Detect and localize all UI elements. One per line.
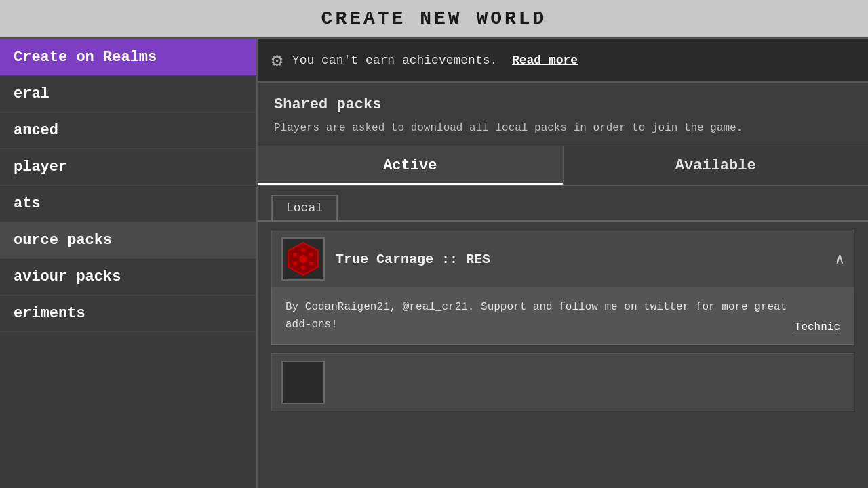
tab-active[interactable]: Active xyxy=(258,146,564,185)
achievement-text: You can't earn achievements. Read more xyxy=(292,54,578,67)
pack-description-text: By CodanRaigen21, @real_cr21. Support an… xyxy=(285,299,788,333)
sidebar-label-create-on-realms: Create on Realms xyxy=(14,49,157,66)
pack-item-true-carnage: True Carnage :: RES ∧ xyxy=(271,230,854,288)
shared-packs-description: Players are asked to download all local … xyxy=(274,120,852,136)
svg-point-4 xyxy=(293,253,297,257)
achievement-read-more-link[interactable]: Read more xyxy=(512,54,578,67)
pack-item-second xyxy=(271,353,854,411)
sub-tab-local-label: Local xyxy=(286,201,323,215)
sidebar-label-general: eral xyxy=(14,85,50,102)
tab-available-label: Available xyxy=(675,157,756,174)
shared-packs-title: Shared packs xyxy=(274,96,852,113)
shared-packs-section: Shared packs Players are asked to downlo… xyxy=(258,83,868,146)
svg-point-2 xyxy=(301,248,305,252)
sub-tabs-section: Local xyxy=(258,186,868,220)
sidebar: Create on Realms eral anced player ats o… xyxy=(0,39,258,488)
pack-icon xyxy=(281,237,325,281)
pack-item-second-header[interactable] xyxy=(272,354,854,411)
sidebar-item-general[interactable]: eral xyxy=(0,76,256,113)
sidebar-item-behaviour-packs[interactable]: aviour packs xyxy=(0,259,256,296)
svg-point-7 xyxy=(309,262,313,266)
achievement-icon: ⚙️ xyxy=(271,49,283,72)
svg-point-1 xyxy=(299,255,307,263)
sidebar-item-multiplayer[interactable]: player xyxy=(0,149,256,186)
sidebar-item-create-on-realms[interactable]: Create on Realms xyxy=(0,39,256,76)
svg-point-3 xyxy=(301,266,305,270)
svg-point-5 xyxy=(309,253,313,257)
sidebar-label-experiments: eriments xyxy=(14,305,85,322)
content-area: ⚙️ You can't earn achievements. Read mor… xyxy=(258,39,868,488)
sidebar-label-multiplayer: player xyxy=(14,159,67,176)
sidebar-label-cheats: ats xyxy=(14,195,41,212)
achievement-main-text: You can't earn achievements. xyxy=(292,54,497,67)
sidebar-label-resource-packs: ource packs xyxy=(14,232,112,249)
achievement-banner: ⚙️ You can't earn achievements. Read mor… xyxy=(258,39,868,83)
pack-technic-link[interactable]: Technic xyxy=(795,321,840,333)
sidebar-label-advanced: anced xyxy=(14,122,58,139)
pack-description: By CodanRaigen21, @real_cr21. Support an… xyxy=(271,288,854,345)
pack-icon-second xyxy=(281,361,325,404)
page-title: CREATE NEW WORLD xyxy=(321,8,547,29)
sidebar-item-cheats[interactable]: ats xyxy=(0,186,256,222)
sidebar-item-advanced[interactable]: anced xyxy=(0,113,256,149)
pack-list: True Carnage :: RES ∧ By CodanRaigen21, … xyxy=(258,222,868,488)
page-header: CREATE NEW WORLD xyxy=(0,0,868,39)
tab-active-label: Active xyxy=(383,157,437,174)
main-layout: Create on Realms eral anced player ats o… xyxy=(0,39,868,488)
sub-tab-local[interactable]: Local xyxy=(271,195,338,220)
pack-tabs: Active Available xyxy=(258,146,868,186)
sidebar-label-behaviour-packs: aviour packs xyxy=(14,268,121,285)
pack-expand-icon[interactable]: ∧ xyxy=(835,250,844,268)
tab-available[interactable]: Available xyxy=(564,146,869,185)
true-carnage-icon xyxy=(285,241,321,277)
sidebar-item-experiments[interactable]: eriments xyxy=(0,296,256,332)
pack-item-header[interactable]: True Carnage :: RES ∧ xyxy=(272,230,854,287)
pack-name: True Carnage :: RES xyxy=(336,251,825,267)
svg-point-6 xyxy=(293,262,297,266)
sidebar-item-resource-packs[interactable]: ource packs xyxy=(0,222,256,259)
